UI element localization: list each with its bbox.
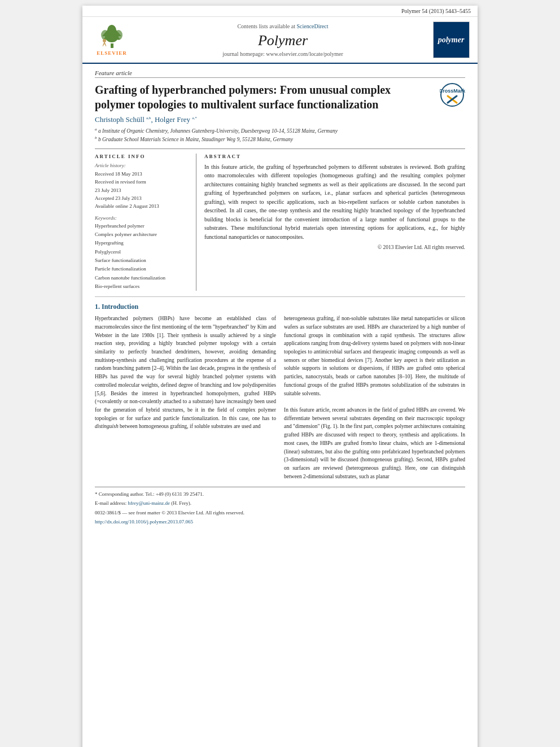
keywords-label: Keywords:: [95, 215, 190, 221]
section-name: Introduction: [102, 303, 138, 311]
email-label: E-mail address:: [95, 500, 126, 506]
article-title: Grafting of hyperbranched polymers: From…: [95, 82, 465, 112]
svg-point-12: [441, 84, 463, 106]
svg-text:CrossMark: CrossMark: [440, 88, 465, 94]
homepage-label: journal homepage: www.elsevier.com/locat…: [222, 51, 343, 57]
intro-left-col: Hyperbranched polymers (HBPs) have becom…: [95, 314, 276, 480]
footnotes: * Corresponding author. Tel.: +49 (0) 61…: [95, 487, 465, 526]
journal-header: ELSEVIER Contents lists available at Sci…: [82, 17, 478, 64]
keyword-7: Carbon nanotube functionalization: [95, 274, 190, 282]
keyword-6: Particle functionalization: [95, 265, 190, 273]
section-number: 1.: [95, 303, 100, 311]
feature-article-label: Feature article: [95, 69, 465, 78]
history-revised-date: 23 July 2013: [95, 186, 190, 194]
polymer-logo-box: polymer: [431, 21, 471, 58]
keyword-8: Bio-repellent surfaces: [95, 282, 190, 291]
history-online: Available online 2 August 2013: [95, 202, 190, 210]
issn-line: 0032-3861/$ — see front matter © 2013 El…: [95, 509, 465, 517]
intro-right-col: heterogeneous grafting, if non-soluble s…: [284, 314, 465, 480]
doi-link[interactable]: http://dx.doi.org/10.1016/j.polymer.2013…: [95, 519, 193, 525]
journal-page: Polymer 54 (2013) 5443–5455 ELSEVI: [82, 6, 478, 747]
crossmark-badge[interactable]: CrossMark: [440, 82, 465, 108]
abstract-heading: ABSTRACT: [204, 154, 465, 159]
elsevier-logo: ELSEVIER: [89, 21, 134, 58]
sciencedirect-line: Contents lists available at ScienceDirec…: [237, 23, 328, 29]
intro-text-columns: Hyperbranched polymers (HBPs) have becom…: [95, 314, 465, 480]
author-affiliations: a a Institute of Organic Chemistry, Joha…: [95, 126, 465, 144]
affiliation-a: a a Institute of Organic Chemistry, Joha…: [95, 126, 465, 135]
keyword-3: Hypergrafting: [95, 239, 190, 247]
article-body: Feature article Grafting of hyperbranche…: [82, 64, 478, 534]
svg-point-6: [105, 30, 119, 42]
history-revised-label: Received in revised form: [95, 178, 190, 186]
intro-right-text-2: In this feature article, recent advances…: [284, 406, 465, 480]
corresponding-author-text: * Corresponding author. Tel.: +49 (0) 61…: [95, 491, 204, 497]
corresponding-author-note: * Corresponding author. Tel.: +49 (0) 61…: [95, 491, 465, 499]
svg-rect-0: [111, 43, 113, 48]
email-address[interactable]: hfrey@uni-mainz.de: [128, 500, 170, 506]
keyword-5: Surface functionalization: [95, 256, 190, 265]
contents-label: Contents lists available at: [237, 23, 295, 29]
journal-name: Polymer: [258, 32, 308, 49]
article-info-col: ARTICLE INFO Article history: Received 1…: [95, 154, 196, 291]
authors-line: Christoph Schüll a,b, Holger Frey a,*: [95, 115, 465, 124]
history-label: Article history:: [95, 163, 190, 168]
abstract-copyright: © 2013 Elsevier Ltd. All rights reserved…: [204, 244, 465, 250]
polymer-logo: polymer: [433, 21, 470, 58]
affiliation-b: b b Graduate School Materials Science in…: [95, 135, 465, 143]
intro-left-text: Hyperbranched polymers (HBPs) have becom…: [95, 314, 276, 431]
svg-point-7: [103, 39, 106, 42]
sciencedirect-link[interactable]: ScienceDirect: [296, 23, 328, 29]
elsevier-tree-icon: [97, 24, 128, 49]
section-title: 1. Introduction: [95, 303, 465, 311]
top-banner: Polymer 54 (2013) 5443–5455: [82, 6, 478, 17]
journal-center-info: Contents lists available at ScienceDirec…: [140, 21, 426, 58]
history-received: Received 18 May 2013: [95, 170, 190, 178]
keyword-2: Complex polymer architecture: [95, 230, 190, 239]
intro-right-text-1: heterogeneous grafting, if non-soluble s…: [284, 314, 465, 397]
abstract-text: In this feature article, the grafting of…: [204, 163, 465, 242]
elsevier-wordmark: ELSEVIER: [97, 50, 127, 56]
keyword-4: Polyglycerol: [95, 248, 190, 256]
section-divider: [95, 296, 465, 297]
history-accepted: Accepted 23 July 2013: [95, 194, 190, 202]
title-text: Grafting of hyperbranched polymers: From…: [95, 84, 391, 111]
authors-text: Christoph Schüll a,b, Holger Frey a,*: [95, 115, 197, 124]
article-info-heading: ARTICLE INFO: [95, 154, 190, 159]
info-abstract-section: ARTICLE INFO Article history: Received 1…: [95, 148, 465, 291]
journal-homepage: journal homepage: www.elsevier.com/locat…: [222, 51, 343, 57]
polymer-logo-text: polymer: [438, 36, 465, 45]
introduction-section: 1. Introduction Hyperbranched polymers (…: [95, 303, 465, 480]
email-note: E-mail address: hfrey@uni-mainz.de (H. F…: [95, 500, 465, 508]
email-suffix: (H. Frey).: [171, 500, 191, 506]
journal-citation: Polymer 54 (2013) 5443–5455: [401, 8, 471, 14]
abstract-col: ABSTRACT In this feature article, the gr…: [204, 154, 465, 291]
doi-line: http://dx.doi.org/10.1016/j.polymer.2013…: [95, 518, 465, 526]
keyword-1: Hyperbranched polymer: [95, 222, 190, 230]
